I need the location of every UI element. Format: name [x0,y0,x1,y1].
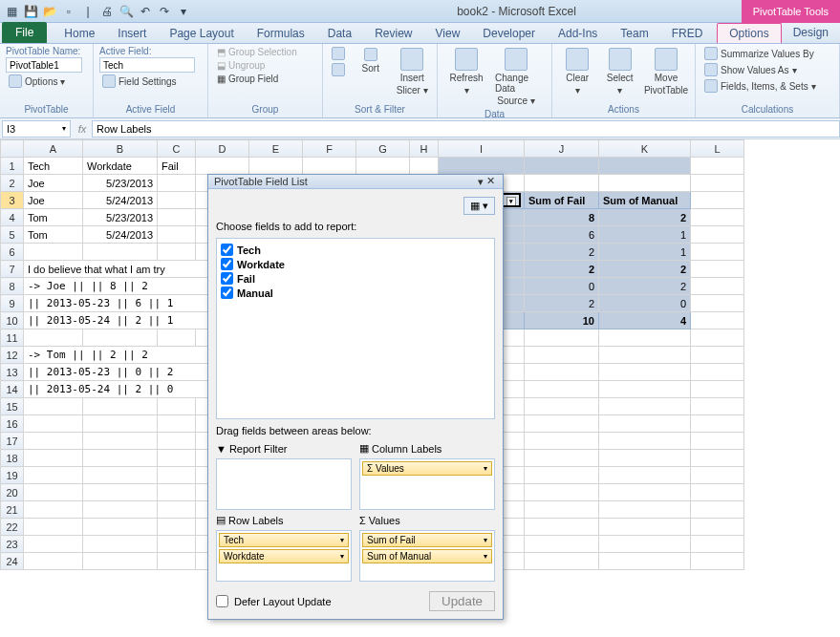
cell[interactable] [158,536,196,553]
cell[interactable] [691,158,744,175]
cell[interactable] [158,226,196,244]
col-header-A[interactable]: A [24,140,83,158]
cell[interactable] [525,519,599,536]
save-icon[interactable]: 💾 [23,4,38,19]
cell[interactable] [83,536,158,553]
tab-view[interactable]: View [424,24,472,43]
cell[interactable] [525,364,599,381]
cell[interactable] [691,415,744,433]
cell[interactable]: 5/23/2013 [83,209,158,226]
cell[interactable] [83,553,158,570]
cell[interactable] [691,312,744,329]
cell[interactable] [691,536,744,553]
cell[interactable] [691,519,744,536]
cell[interactable]: Tom [24,209,83,226]
cell[interactable] [599,364,691,381]
cell[interactable] [691,278,744,295]
tab-review[interactable]: Review [363,24,423,43]
ungroup-button[interactable]: ⬓ Ungroup [214,59,300,72]
cell[interactable]: 0 [599,295,691,312]
cell[interactable] [599,484,691,501]
sort-button[interactable]: Sort [352,46,390,75]
cell[interactable] [158,329,196,347]
row-header-17[interactable]: 17 [1,433,24,450]
row-header-10[interactable]: 10 [1,312,24,329]
field-checkbox[interactable] [221,272,233,285]
row-header-5[interactable]: 5 [1,226,24,244]
area-pill[interactable]: Σ Values▾ [362,461,492,476]
cell[interactable] [439,158,525,175]
cell[interactable] [525,158,599,175]
cell[interactable] [691,295,744,312]
cell[interactable] [599,329,691,347]
row-header-11[interactable]: 11 [1,329,24,347]
pt-options-button[interactable]: Options ▾ [6,74,82,89]
row-header-3[interactable]: 3 [1,192,24,209]
col-header-G[interactable]: G [356,140,410,158]
col-header-C[interactable]: C [158,140,196,158]
cell[interactable]: 2 [525,244,599,261]
cell[interactable]: 5/23/2013 [83,175,158,192]
cell[interactable] [599,501,691,519]
tab-home[interactable]: Home [53,24,106,43]
fx-icon[interactable]: fx [73,123,92,135]
row-header-6[interactable]: 6 [1,244,24,261]
undo-icon[interactable]: ↶ [138,4,153,19]
cell[interactable]: 5/24/2013 [83,192,158,209]
sort-az-button[interactable] [329,46,348,61]
cell[interactable] [158,484,196,501]
cell[interactable] [356,158,410,175]
cell[interactable] [24,398,83,415]
cell[interactable] [691,329,744,347]
col-header-I[interactable]: I [439,140,525,158]
name-box[interactable]: I3 ▾ [2,120,71,138]
values-area[interactable]: Sum of Fail▾Sum of Manual▾ [359,530,495,582]
cell[interactable] [525,467,599,484]
chevron-down-icon[interactable]: ▾ [484,464,487,473]
cell[interactable] [83,329,158,347]
cell[interactable] [599,536,691,553]
cell[interactable] [525,536,599,553]
row-header-22[interactable]: 22 [1,519,24,536]
row-header-20[interactable]: 20 [1,484,24,501]
cell[interactable] [24,450,83,467]
row-header-18[interactable]: 18 [1,450,24,467]
cell[interactable] [691,553,744,570]
cell[interactable]: 2 [599,261,691,278]
qat-dropdown-icon[interactable]: ▾ [176,4,191,19]
cell[interactable] [691,433,744,450]
preview-icon[interactable]: 🔍 [118,4,134,19]
field-item[interactable]: Workdate [221,257,490,271]
row-header-23[interactable]: 23 [1,536,24,553]
redo-icon[interactable]: ↷ [157,4,172,19]
cell[interactable] [691,209,744,226]
tab-addins[interactable]: Add-Ins [547,24,609,43]
col-header-L[interactable]: L [691,140,744,158]
insert-slicer-button[interactable]: InsertSlicer ▾ [394,46,432,97]
cell[interactable] [158,244,196,261]
row-labels-area[interactable]: Tech▾Workdate▾ [216,530,352,582]
cell[interactable] [599,467,691,484]
cell[interactable] [691,192,744,209]
column-labels-area[interactable]: Σ Values▾ [359,458,495,510]
cell[interactable]: 10 [525,312,599,329]
cell[interactable] [158,501,196,519]
chevron-down-icon[interactable]: ▾ [340,536,344,544]
active-field-input[interactable] [99,57,195,73]
fields-items-sets-button[interactable]: Fields, Items, & Sets ▾ [701,78,819,94]
row-header-2[interactable]: 2 [1,175,24,192]
cell[interactable] [158,209,196,226]
chevron-down-icon[interactable]: ▾ [340,552,344,561]
row-header-19[interactable]: 19 [1,467,24,484]
col-header-D[interactable]: D [196,140,249,158]
cell[interactable] [525,433,599,450]
row-header-9[interactable]: 9 [1,295,24,312]
summarize-values-button[interactable]: Summarize Values By [701,46,819,61]
cell[interactable] [83,450,158,467]
cell[interactable] [599,553,691,570]
field-checklist[interactable]: TechWorkdateFailManual [216,238,495,419]
cell[interactable]: 1 [599,244,691,261]
clear-button[interactable]: Clear▾ [558,46,597,97]
new-icon[interactable]: ▫ [61,4,76,19]
col-header-E[interactable]: E [249,140,303,158]
